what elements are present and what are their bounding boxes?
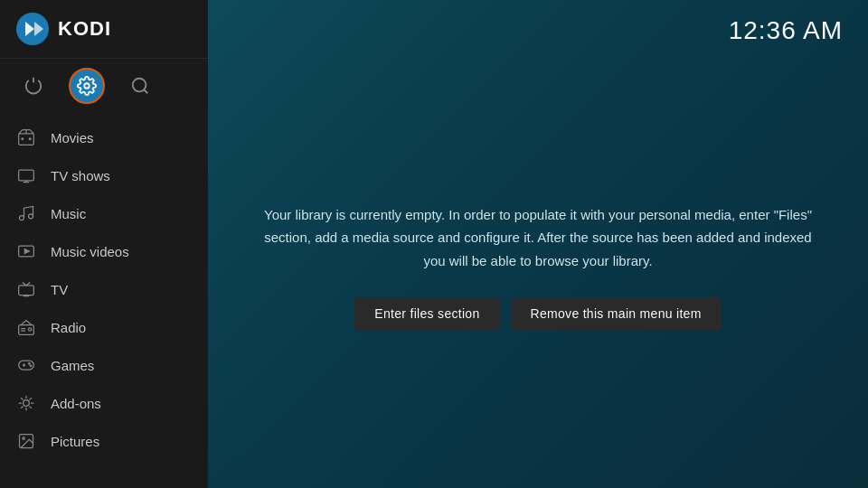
sidebar-item-music[interactable]: Music [0,194,208,232]
sidebar-item-pictures[interactable]: Pictures [0,422,208,460]
svg-point-3 [84,83,90,89]
action-buttons: Enter files section Remove this main men… [354,297,721,330]
power-icon [24,76,43,96]
sidebar-nav: Movies TV shows Music [0,113,208,488]
sidebar-icon-row [0,59,208,113]
music-videos-icon [16,241,36,261]
svg-line-5 [144,89,147,93]
sidebar-header: KODI [0,0,208,59]
tv-shows-label: TV shows [51,168,110,183]
music-icon [16,203,36,223]
sidebar-item-tv-shows[interactable]: TV shows [0,156,208,194]
svg-point-10 [20,216,24,221]
add-ons-icon [16,393,36,413]
add-ons-label: Add-ons [51,396,101,411]
content-area: Your library is currently empty. In orde… [208,45,868,488]
remove-menu-item-button[interactable]: Remove this main menu item [511,297,722,330]
pictures-label: Pictures [51,434,99,449]
settings-button[interactable] [69,68,105,104]
svg-rect-14 [19,286,34,296]
svg-point-20 [29,363,31,365]
clock-display: 12:36 AM [729,16,843,45]
settings-icon [77,76,97,96]
top-bar: 12:36 AM [208,0,868,45]
movies-label: Movies [51,130,94,145]
search-icon [130,76,150,96]
svg-point-24 [23,437,24,440]
radio-label: Radio [51,320,86,335]
app-title: KODI [58,17,111,41]
svg-point-11 [29,214,33,219]
music-videos-label: Music videos [51,244,129,259]
svg-marker-13 [24,249,29,254]
svg-point-4 [133,79,146,92]
power-button[interactable] [16,69,51,103]
svg-rect-9 [19,170,34,181]
tv-icon [16,279,36,299]
kodi-logo-icon [16,13,49,45]
svg-point-21 [30,365,32,367]
svg-point-8 [29,138,31,140]
sidebar-item-radio[interactable]: Radio [0,308,208,346]
radio-icon [16,317,36,337]
sidebar-item-movies[interactable]: Movies [0,118,208,156]
music-label: Music [51,206,86,221]
main-content: 12:36 AM Your library is currently empty… [208,0,868,488]
sidebar-item-music-videos[interactable]: Music videos [0,232,208,270]
sidebar-item-games[interactable]: Games [0,346,208,384]
tv-shows-icon [16,165,36,185]
svg-point-7 [22,138,24,140]
svg-rect-6 [19,134,34,145]
search-button[interactable] [123,69,157,103]
svg-point-22 [24,400,30,407]
library-empty-message: Your library is currently empty. In orde… [262,203,814,273]
sidebar-item-tv[interactable]: TV [0,270,208,308]
svg-point-16 [29,328,32,331]
pictures-icon [16,431,36,451]
games-label: Games [51,358,94,373]
tv-label: TV [51,282,68,297]
sidebar: KODI [0,0,208,488]
sidebar-item-add-ons[interactable]: Add-ons [0,384,208,422]
enter-files-button[interactable]: Enter files section [354,297,499,330]
movies-icon [16,127,36,147]
games-icon [16,355,36,375]
